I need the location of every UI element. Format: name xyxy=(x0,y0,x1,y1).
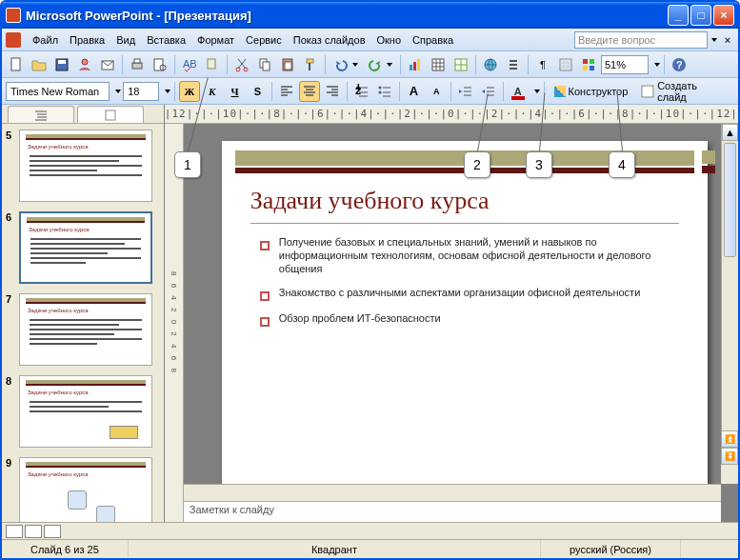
svg-point-33 xyxy=(378,86,381,89)
insert-hyperlink-button[interactable] xyxy=(480,54,501,75)
svg-rect-26 xyxy=(590,59,594,64)
slide-title[interactable]: Задачи учебного курса xyxy=(250,187,490,215)
svg-rect-27 xyxy=(583,66,588,70)
callout-2: 2 xyxy=(464,151,490,178)
bold-button[interactable]: Ж xyxy=(179,81,200,102)
insert-table-button[interactable] xyxy=(428,54,449,75)
open-button[interactable] xyxy=(29,54,50,75)
show-grid-button[interactable] xyxy=(555,54,576,75)
decrease-indent-button[interactable] xyxy=(455,81,476,102)
align-left-button[interactable] xyxy=(276,81,297,102)
thumbnail-7[interactable]: 7 Задачи учебного курса xyxy=(6,293,160,366)
tables-borders-button[interactable] xyxy=(450,54,471,75)
slideshow-view-button[interactable] xyxy=(44,525,61,538)
numbering-button[interactable]: 12 xyxy=(351,81,372,102)
close-button[interactable]: × xyxy=(713,5,734,26)
menu-edit[interactable]: Правка xyxy=(64,32,110,48)
new-slide-button[interactable]: Создать слайд xyxy=(635,81,734,102)
menu-view[interactable]: Вид xyxy=(110,32,141,48)
svg-rect-0 xyxy=(11,58,20,70)
svg-rect-21 xyxy=(432,59,444,70)
font-color-swatch xyxy=(511,96,525,100)
increase-font-button[interactable]: A xyxy=(404,81,425,102)
format-painter-button[interactable] xyxy=(300,54,321,75)
doc-icon xyxy=(6,32,21,48)
statusbar: Слайд 6 из 25 Квадрант русский (Россия) xyxy=(2,539,738,558)
thumbnails-list[interactable]: 5 Задачи учебного курса 6 Задачи учебног… xyxy=(2,124,164,522)
slides-tab[interactable] xyxy=(77,106,144,123)
bullets-button[interactable] xyxy=(374,81,395,102)
font-name-input[interactable]: Times New Roman xyxy=(6,82,110,101)
status-slide-number: Слайд 6 из 25 xyxy=(2,540,129,558)
outline-tab[interactable] xyxy=(8,106,74,123)
save-button[interactable] xyxy=(51,54,72,75)
paste-button[interactable] xyxy=(277,54,298,75)
thumbnail-8[interactable]: 8 Задачи учебного курса xyxy=(6,375,160,448)
menu-slideshow[interactable]: Показ слайдов xyxy=(288,32,371,48)
show-formatting-button[interactable]: ¶ xyxy=(532,54,553,75)
align-right-button[interactable] xyxy=(322,81,343,102)
zoom-dropdown-icon[interactable] xyxy=(654,63,660,67)
font-size-input[interactable]: 18 xyxy=(123,82,159,101)
powerpoint-icon xyxy=(6,8,21,23)
increase-indent-button[interactable] xyxy=(478,81,499,102)
maximize-button[interactable]: □ xyxy=(690,5,711,26)
help-button[interactable]: ? xyxy=(669,54,690,75)
titlebar: Microsoft PowerPoint - [Презентация] _ □… xyxy=(2,2,738,29)
preview-button[interactable] xyxy=(150,54,170,75)
callout-4: 4 xyxy=(609,151,635,178)
menu-format[interactable]: Формат xyxy=(191,32,240,48)
notes-pane[interactable]: Заметки к слайду xyxy=(184,501,721,522)
decrease-font-button[interactable]: A xyxy=(426,81,447,102)
shadow-button[interactable]: S xyxy=(248,81,269,102)
svg-rect-6 xyxy=(134,59,140,63)
callout-1: 1 xyxy=(174,151,201,178)
help-dropdown-icon[interactable] xyxy=(711,38,717,42)
size-dropdown-icon[interactable] xyxy=(165,90,170,93)
menu-insert[interactable]: Вставка xyxy=(141,32,191,48)
undo-button[interactable] xyxy=(330,54,362,75)
sorter-view-button[interactable] xyxy=(25,525,42,538)
thumbnail-9[interactable]: 9 Задачи учебного курса xyxy=(6,457,160,522)
slide[interactable]: Задачи учебного курса Получение базовых … xyxy=(222,141,708,493)
svg-rect-25 xyxy=(583,59,588,64)
svg-rect-17 xyxy=(307,59,313,63)
thumbnail-6[interactable]: 6 Задачи учебного курса xyxy=(6,211,160,284)
insert-chart-button[interactable] xyxy=(405,54,426,75)
new-button[interactable] xyxy=(6,54,27,75)
expand-all-button[interactable] xyxy=(503,54,524,75)
spelling-button[interactable]: ABC xyxy=(179,54,200,75)
slide-body[interactable]: Получение базовых и специальных знаний, … xyxy=(260,236,684,338)
thumbnail-5[interactable]: 5 Задачи учебного курса xyxy=(6,130,160,202)
menu-tools[interactable]: Сервис xyxy=(240,32,288,48)
horizontal-scrollbar[interactable] xyxy=(184,484,721,501)
normal-view-button[interactable] xyxy=(6,525,23,538)
minimize-button[interactable]: _ xyxy=(668,5,689,26)
svg-rect-19 xyxy=(413,62,416,70)
copy-button[interactable] xyxy=(254,54,275,75)
cut-button[interactable] xyxy=(231,54,252,75)
app-window: Microsoft PowerPoint - [Презентация] _ □… xyxy=(0,0,740,560)
font-color-dropdown-icon[interactable] xyxy=(534,90,540,93)
menu-file[interactable]: Файл xyxy=(27,32,64,48)
email-button[interactable] xyxy=(97,54,118,75)
prev-slide-button[interactable]: ⏫ xyxy=(721,430,738,448)
research-button[interactable] xyxy=(202,54,223,75)
next-slide-button[interactable]: ⏬ xyxy=(721,448,738,465)
design-button[interactable]: Конструктор xyxy=(549,81,634,102)
menu-help[interactable]: Справка xyxy=(407,32,459,48)
align-center-button[interactable] xyxy=(299,81,320,102)
doc-close-button[interactable]: × xyxy=(721,33,734,47)
underline-button[interactable]: Ч xyxy=(225,81,246,102)
status-language: русский (Россия) xyxy=(541,540,681,558)
menu-window[interactable]: Окно xyxy=(371,32,408,48)
font-dropdown-icon[interactable] xyxy=(115,90,121,93)
svg-rect-16 xyxy=(285,62,291,70)
help-search-input[interactable]: Введите вопрос xyxy=(574,31,708,49)
color-button[interactable] xyxy=(578,54,599,75)
zoom-input[interactable]: 51% xyxy=(601,55,649,74)
print-button[interactable] xyxy=(127,54,148,75)
permission-button[interactable] xyxy=(74,54,95,75)
slide-canvas[interactable]: Задачи учебного курса Получение базовых … xyxy=(184,124,738,522)
redo-button[interactable] xyxy=(364,54,396,75)
